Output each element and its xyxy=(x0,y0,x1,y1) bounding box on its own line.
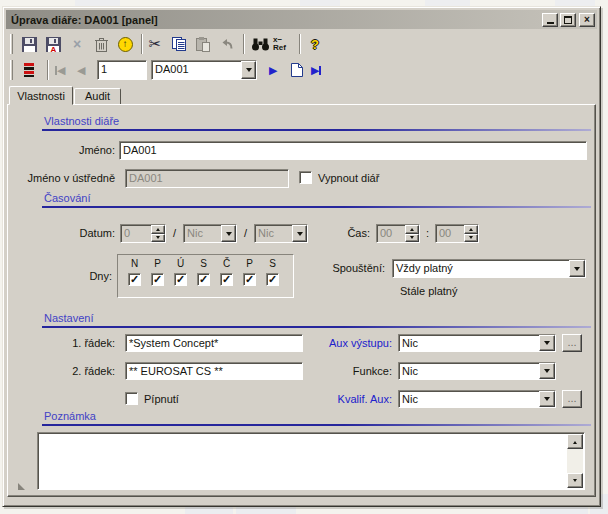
previous-record-button[interactable]: ◀ xyxy=(77,61,91,79)
dropdown-button[interactable] xyxy=(292,225,307,242)
qualif-aux-value: Nic xyxy=(399,391,539,407)
beep-checkbox[interactable] xyxy=(125,392,138,405)
up-arrow-circle-icon: ↑ xyxy=(118,37,133,52)
scroll-down-icon xyxy=(573,479,577,484)
qualif-aux-combobox[interactable]: Nic xyxy=(398,390,556,408)
window-title: Úprava diáře: DA001 [panel] xyxy=(11,14,158,26)
day-checkbox[interactable]: ✓ xyxy=(266,273,279,286)
section-divider xyxy=(42,206,591,208)
record-name-combobox[interactable]: DA001 xyxy=(151,60,257,80)
spin-down-button[interactable] xyxy=(464,234,478,243)
spin-up-button[interactable] xyxy=(405,225,419,234)
next-record-button[interactable]: ▶ xyxy=(269,61,283,79)
trigger-combobox[interactable]: Vždy platný xyxy=(392,259,586,278)
scroll-down-button[interactable] xyxy=(567,473,583,488)
toolbar-separator xyxy=(299,34,301,54)
tab-vlastnosti[interactable]: Vlastnosti xyxy=(9,86,73,105)
date-day-spinner[interactable]: 0 xyxy=(120,224,166,243)
note-textarea[interactable] xyxy=(37,432,585,490)
date-month-combobox[interactable]: Nic xyxy=(183,224,237,243)
minimize-button[interactable] xyxy=(542,13,558,27)
save-as-icon: A xyxy=(45,36,62,53)
new-record-button[interactable] xyxy=(289,60,305,80)
maximize-button[interactable] xyxy=(560,13,576,27)
date-year-combobox[interactable]: Nic xyxy=(254,224,308,243)
next-record-icon: ▶ xyxy=(269,61,277,79)
save-button[interactable] xyxy=(19,34,39,54)
day-checkbox[interactable]: ✓ xyxy=(243,273,256,286)
previous-record-icon: ◀ xyxy=(77,61,85,79)
trash-button[interactable] xyxy=(91,34,111,54)
new-document-icon xyxy=(290,62,304,78)
section-divider xyxy=(42,326,591,328)
paste-button[interactable] xyxy=(193,34,213,54)
spin-down-button[interactable] xyxy=(405,234,419,243)
delete-button[interactable]: × xyxy=(67,34,87,54)
trigger-status-text: Stále platný xyxy=(400,285,457,297)
dropdown-button[interactable] xyxy=(539,335,555,351)
spin-down-icon xyxy=(410,236,414,241)
day-cell: P✓ xyxy=(238,258,261,297)
panel-resize-grip[interactable] xyxy=(18,483,25,490)
dropdown-arrow-icon xyxy=(544,397,550,404)
record-list-button[interactable] xyxy=(19,60,39,80)
day-checkbox[interactable]: ✓ xyxy=(151,273,164,286)
last-record-button[interactable]: ▶ xyxy=(311,61,329,79)
time-hours-spinner[interactable]: 00 xyxy=(376,224,420,243)
dropdown-arrow-icon xyxy=(544,369,550,376)
spin-up-icon xyxy=(410,226,414,231)
dropdown-button[interactable] xyxy=(569,260,585,277)
day-cell: S✓ xyxy=(192,258,215,297)
line2-input[interactable]: ** EUROSAT CS ** xyxy=(125,362,303,380)
dropdown-button[interactable] xyxy=(539,363,555,379)
function-combobox[interactable]: Nic xyxy=(398,362,556,380)
toolbar-grip[interactable] xyxy=(10,34,13,54)
section-divider xyxy=(42,424,591,426)
undo-button[interactable] xyxy=(217,34,237,54)
line1-label: 1. řádek: xyxy=(65,337,115,349)
line1-input[interactable]: *System Concept* xyxy=(125,334,303,352)
aux-output-browse-button[interactable]: ... xyxy=(562,334,582,352)
name-input[interactable]: DA001 xyxy=(119,141,587,160)
first-record-button[interactable]: ◀ xyxy=(55,61,73,79)
note-scrollbar[interactable] xyxy=(567,434,583,488)
aux-output-combobox[interactable]: Nic xyxy=(398,334,556,352)
day-letter: Ú xyxy=(169,258,192,271)
tab-audit[interactable]: Audit xyxy=(74,88,121,105)
time-minutes-spinner[interactable]: 00 xyxy=(435,224,479,243)
cross-reference-button[interactable]: x− Ref xyxy=(273,34,293,54)
record-index-input[interactable]: 1 xyxy=(97,60,147,80)
date-day-value: 0 xyxy=(121,225,151,242)
day-checkbox[interactable]: ✓ xyxy=(174,273,187,286)
dropdown-button[interactable] xyxy=(539,391,555,407)
dropdown-arrow-icon xyxy=(297,232,303,239)
record-name-dropdown-button[interactable] xyxy=(241,61,256,79)
cut-button[interactable]: ✂ xyxy=(145,34,165,54)
main-toolbar: A × ↑ ✂ x− Ref xyxy=(6,31,597,57)
find-button[interactable] xyxy=(249,34,271,54)
section-title-vlastnosti-diare: Vlastnosti diáře xyxy=(44,115,119,127)
pbx-name-input[interactable]: DA001 xyxy=(125,169,289,188)
days-groupbox: N✓ P✓ Ú✓ S✓ Č✓ P✓ S✓ xyxy=(117,254,294,298)
day-checkbox[interactable]: ✓ xyxy=(128,273,141,286)
titlebar[interactable]: Úprava diáře: DA001 [panel] × xyxy=(6,10,597,29)
scroll-up-button[interactable] xyxy=(567,434,583,449)
dropdown-button[interactable] xyxy=(221,225,236,242)
check-icon: ✓ xyxy=(176,273,185,285)
dropdown-arrow-icon xyxy=(574,267,580,274)
disable-diary-label: Vypnout diář xyxy=(318,172,379,184)
copy-button[interactable] xyxy=(169,34,189,54)
spin-down-button[interactable] xyxy=(151,234,165,243)
spin-up-button[interactable] xyxy=(464,225,478,234)
day-checkbox[interactable]: ✓ xyxy=(197,273,210,286)
save-as-button[interactable]: A xyxy=(43,34,63,54)
disable-diary-checkbox[interactable] xyxy=(299,171,312,184)
help-button[interactable]: ? xyxy=(305,34,325,54)
upload-button[interactable]: ↑ xyxy=(115,34,135,54)
qualif-aux-browse-button[interactable]: ... xyxy=(562,390,582,408)
spin-up-button[interactable] xyxy=(151,225,165,234)
binoculars-icon xyxy=(251,37,270,51)
toolbar-grip[interactable] xyxy=(10,60,13,80)
day-checkbox[interactable]: ✓ xyxy=(220,273,233,286)
close-button[interactable]: × xyxy=(579,13,595,27)
